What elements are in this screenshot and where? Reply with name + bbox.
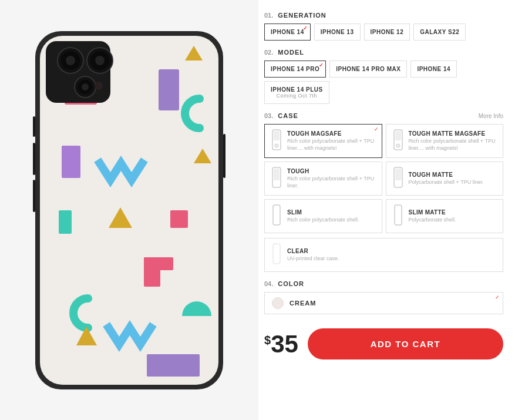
svg-rect-38 [395, 169, 401, 180]
svg-rect-5 [62, 146, 80, 178]
case-desc-slim: Rich color polycarbonate shell. [287, 217, 359, 224]
case-icon-slim-matte [392, 204, 404, 228]
case-name-tough-magsafe: TOUGH MAGSAFE [287, 130, 376, 137]
case-name-tough: TOUGH [287, 168, 376, 174]
svg-rect-3 [159, 69, 179, 110]
color-header: 04. COLOR [264, 280, 503, 287]
svg-point-31 [275, 144, 278, 147]
svg-rect-30 [274, 131, 280, 140]
generation-option-iphone14[interactable]: IPHONE 14 [264, 23, 311, 41]
more-info-link[interactable]: More Info [479, 113, 503, 119]
case-desc-slim-matte: Polycarbonate shell. [409, 217, 456, 224]
case-title: CASE [278, 112, 298, 119]
model-option-14pro[interactable]: IPHONE 14 PRO [264, 61, 326, 78]
price-value: 35 [271, 330, 298, 358]
svg-rect-25 [33, 116, 35, 137]
generation-options: IPHONE 14 IPHONE 13 IPHONE 12 GALAXY S22 [264, 23, 503, 41]
footer-section: $ 35 ADD TO CART [264, 322, 503, 359]
generation-option-iphone12[interactable]: IPHONE 12 [364, 23, 410, 41]
case-option-tough[interactable]: TOUGH Rich color polycarbonate shell + T… [264, 162, 382, 196]
add-to-cart-button[interactable]: ADD TO CART [308, 328, 503, 359]
color-swatch-cream [272, 297, 284, 309]
svg-point-24 [95, 82, 103, 90]
color-section: 04. COLOR CREAM [264, 280, 503, 314]
svg-point-20 [95, 56, 105, 65]
svg-point-34 [396, 144, 400, 147]
case-option-clear[interactable]: CLEAR UV-printed clear case. [264, 238, 503, 272]
model-title: MODEL [278, 49, 304, 56]
case-name-tough-matte: TOUGH MATTE [409, 172, 484, 178]
case-icon-tough [271, 167, 282, 190]
model-header: 02. MODEL [264, 49, 503, 56]
svg-rect-40 [395, 205, 402, 225]
svg-point-17 [66, 56, 75, 65]
case-icon-tough-matte [392, 167, 404, 190]
currency-symbol: $ [264, 334, 271, 347]
generation-section: 01. GENERATION IPHONE 14 IPHONE 13 IPHON… [264, 12, 503, 41]
case-icon-tough-magsafe [271, 129, 282, 153]
generation-title: GENERATION [278, 12, 326, 19]
case-desc-clear: UV-printed clear case. [287, 256, 339, 263]
case-number: 03. [264, 112, 273, 119]
color-title: COLOR [278, 280, 304, 287]
generation-option-iphone13[interactable]: IPHONE 13 [314, 23, 361, 41]
case-icon-slim [271, 204, 282, 228]
model-option-14plus[interactable]: IPHONE 14 PLUS Coming Oct 7th [264, 81, 329, 104]
model-options: IPHONE 14 PRO IPHONE 14 PRO MAX IPHONE 1… [264, 61, 503, 104]
color-option-cream[interactable]: CREAM [264, 292, 503, 314]
case-desc-tough-matte: Polycarbonate shell + TPU liner. [409, 179, 484, 186]
case-name-clear: CLEAR [287, 248, 339, 254]
color-number: 04. [264, 280, 273, 287]
product-image-panel [0, 0, 258, 420]
generation-number: 01. [264, 12, 273, 19]
case-name-tough-matte-magsafe: TOUGH MATTE MAGSAFE [409, 130, 497, 137]
case-desc-tough-magsafe: Rich color polycarbonate shell + TPU lin… [287, 138, 376, 152]
svg-rect-33 [395, 131, 401, 140]
case-name-slim: SLIM [287, 209, 359, 216]
case-icon-tough-matte-magsafe [392, 129, 404, 153]
case-option-tough-magsafe[interactable]: TOUGH MAGSAFE Rich color polycarbonate s… [264, 124, 382, 158]
price-display: $ 35 [264, 330, 298, 358]
case-option-slim[interactable]: SLIM Rich color polycarbonate shell. [264, 199, 382, 233]
svg-rect-41 [273, 244, 280, 264]
generation-header: 01. GENERATION [264, 12, 503, 19]
svg-rect-11 [59, 210, 72, 234]
svg-rect-36 [274, 169, 280, 180]
svg-rect-27 [33, 180, 35, 212]
svg-rect-12 [170, 210, 188, 228]
phone-case-image [29, 28, 229, 392]
svg-point-23 [82, 83, 89, 90]
case-option-tough-matte-magsafe[interactable]: TOUGH MATTE MAGSAFE Rich color polycarbo… [386, 124, 504, 158]
svg-rect-39 [273, 205, 280, 225]
svg-rect-26 [33, 143, 35, 175]
case-name-slim-matte: SLIM MATTE [409, 209, 456, 216]
case-header: 03. CASE More Info [264, 112, 503, 119]
case-desc-tough-matte-magsafe: Rich color polycarbonate shell + TPU lin… [409, 138, 497, 152]
model-option-14promax[interactable]: IPHONE 14 PRO MAX [329, 61, 407, 78]
case-option-tough-matte[interactable]: TOUGH MATTE Polycarbonate shell + TPU li… [386, 162, 504, 196]
case-option-slim-matte[interactable]: SLIM MATTE Polycarbonate shell. [386, 199, 504, 233]
model-section: 02. MODEL IPHONE 14 PRO IPHONE 14 PRO MA… [264, 49, 503, 104]
model-number: 02. [264, 49, 273, 56]
case-options-grid: TOUGH MAGSAFE Rich color polycarbonate s… [264, 124, 503, 233]
options-panel: 01. GENERATION IPHONE 14 IPHONE 13 IPHON… [258, 0, 515, 420]
color-label-cream: CREAM [290, 300, 316, 307]
svg-rect-10 [147, 354, 200, 377]
case-section: 03. CASE More Info TOUGH MAGSAFE Rich co… [264, 112, 503, 272]
generation-option-galaxys22[interactable]: GALAXY S22 [413, 23, 466, 41]
case-icon-clear [271, 243, 282, 267]
model-option-14[interactable]: IPHONE 14 [410, 61, 457, 78]
svg-rect-28 [223, 134, 225, 178]
case-desc-tough: Rich color polycarbonate shell + TPU lin… [287, 176, 376, 189]
svg-rect-8 [144, 257, 173, 270]
